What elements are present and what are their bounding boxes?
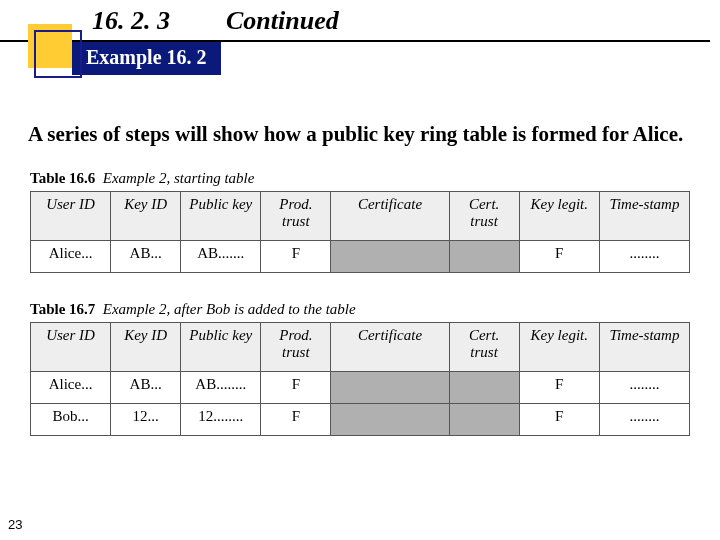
col-cert: Certificate	[331, 323, 449, 372]
col-key-id: Key ID	[111, 192, 181, 241]
cell-empty	[449, 404, 519, 436]
body-paragraph: A series of steps will show how a public…	[28, 120, 692, 148]
cell: F	[519, 372, 599, 404]
col-public: Public key	[181, 323, 261, 372]
cell: AB.......	[181, 241, 261, 273]
caption-text: Example 2, starting table	[103, 170, 255, 186]
cell-empty	[331, 404, 449, 436]
caption-number: Table 16.6	[30, 170, 95, 186]
col-key-leg: Key legit.	[519, 192, 599, 241]
cell: Alice...	[31, 372, 111, 404]
continued-label: Continued	[226, 6, 339, 36]
table-row: Alice... AB... AB....... F F ........	[31, 241, 690, 273]
table-16-7: User ID Key ID Public key Prod. trust Ce…	[30, 322, 690, 436]
page-number: 23	[8, 517, 22, 532]
cell: ........	[599, 241, 689, 273]
cell: F	[519, 241, 599, 273]
cell-empty	[449, 241, 519, 273]
col-public: Public key	[181, 192, 261, 241]
col-cert-tr: Cert. trust	[449, 323, 519, 372]
table-16-6-block: Table 16.6 Example 2, starting table Use…	[30, 170, 692, 273]
col-key-leg: Key legit.	[519, 323, 599, 372]
cell-empty	[449, 372, 519, 404]
table-16-7-caption: Table 16.7 Example 2, after Bob is added…	[30, 301, 692, 318]
col-cert-tr: Cert. trust	[449, 192, 519, 241]
table-16-7-block: Table 16.7 Example 2, after Bob is added…	[30, 301, 692, 436]
cell-empty	[331, 372, 449, 404]
cell: F	[519, 404, 599, 436]
cell: AB...	[111, 372, 181, 404]
caption-number: Table 16.7	[30, 301, 95, 317]
col-user-id: User ID	[31, 192, 111, 241]
table-row: Bob... 12... 12........ F F ........	[31, 404, 690, 436]
cell: F	[261, 404, 331, 436]
section-number: 16. 2. 3	[92, 6, 170, 36]
col-user-id: User ID	[31, 323, 111, 372]
table-header-row: User ID Key ID Public key Prod. trust Ce…	[31, 323, 690, 372]
col-prod: Prod. trust	[261, 192, 331, 241]
col-cert: Certificate	[331, 192, 449, 241]
cell: F	[261, 372, 331, 404]
example-pill: Example 16. 2	[72, 42, 221, 75]
slide-header: 16. 2. 3 Continued Example 16. 2	[0, 0, 720, 80]
caption-text: Example 2, after Bob is added to the tab…	[103, 301, 356, 317]
cell: ........	[599, 404, 689, 436]
col-ts: Time-stamp	[599, 192, 689, 241]
cell: 12........	[181, 404, 261, 436]
table-16-6: User ID Key ID Public key Prod. trust Ce…	[30, 191, 690, 273]
cell: F	[261, 241, 331, 273]
col-key-id: Key ID	[111, 323, 181, 372]
cell: Bob...	[31, 404, 111, 436]
col-ts: Time-stamp	[599, 323, 689, 372]
cell-empty	[331, 241, 449, 273]
cell: 12...	[111, 404, 181, 436]
cell: AB........	[181, 372, 261, 404]
logo-decoration	[28, 24, 72, 68]
cell: ........	[599, 372, 689, 404]
col-prod: Prod. trust	[261, 323, 331, 372]
table-header-row: User ID Key ID Public key Prod. trust Ce…	[31, 192, 690, 241]
table-row: Alice... AB... AB........ F F ........	[31, 372, 690, 404]
cell: Alice...	[31, 241, 111, 273]
cell: AB...	[111, 241, 181, 273]
table-16-6-caption: Table 16.6 Example 2, starting table	[30, 170, 692, 187]
